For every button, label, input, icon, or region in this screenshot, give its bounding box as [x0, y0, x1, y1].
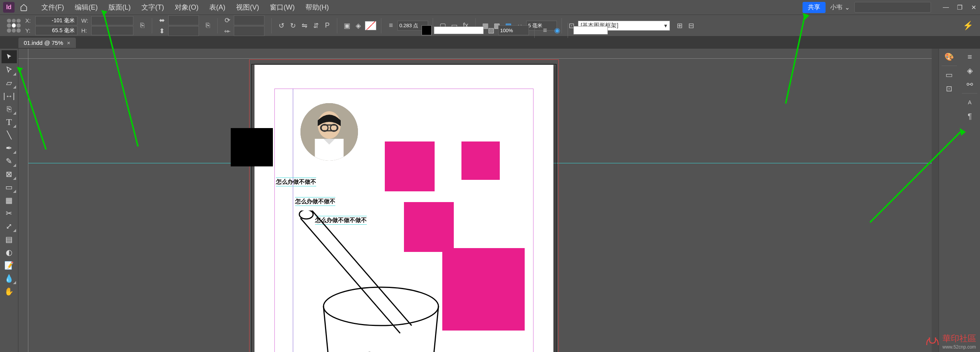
rotate-icon[interactable]: ⟳: [222, 15, 232, 25]
rotate-input[interactable]: [234, 15, 264, 25]
ruler-origin[interactable]: [18, 49, 28, 59]
link-scale-icon[interactable]: ⎘: [203, 21, 213, 31]
fill-black-swatch[interactable]: [422, 25, 432, 35]
gradient-feather-tool[interactable]: ◐: [2, 246, 17, 259]
profile-photo[interactable]: ?: [300, 103, 358, 161]
grid-tool[interactable]: ▦: [2, 194, 17, 207]
toolbox: ▱ |↔| ⎘ T ╲ ✒ ✎ ⊠ ▭ ▦ ✂ ⤢ ▤ ◐ 📝 💧 ✋: [0, 49, 18, 352]
tab-close-icon[interactable]: ×: [67, 39, 71, 46]
properties-panel-icon[interactable]: ≡: [962, 50, 977, 63]
color-panel-icon[interactable]: 🎨: [942, 50, 957, 63]
align-panel-icon[interactable]: ≡: [540, 25, 550, 35]
fill-swatch[interactable]: [365, 21, 376, 30]
gradient-swatch-tool[interactable]: ▤: [2, 233, 17, 246]
tab-bar: 01.indd @ 75% ×: [0, 36, 980, 49]
vertical-scrollbar[interactable]: [932, 49, 939, 352]
menu-window[interactable]: 窗口(W): [264, 3, 300, 12]
align-icon[interactable]: ⊟: [686, 21, 696, 31]
scale-y-input[interactable]: [168, 26, 199, 36]
menu-file[interactable]: 文件(F): [36, 3, 69, 12]
x-input[interactable]: [35, 16, 77, 25]
pink-rect-1[interactable]: [385, 141, 435, 191]
arrange-icon[interactable]: ⊞: [675, 21, 685, 31]
menu-type[interactable]: 文字(T): [136, 3, 169, 12]
menu-layout[interactable]: 版面(L): [103, 3, 136, 12]
layers-panel-icon[interactable]: ◈: [962, 64, 977, 77]
content-collector-tool[interactable]: ⎘: [2, 102, 17, 115]
constrain-icon[interactable]: ⎘: [137, 21, 147, 31]
scale-x-input[interactable]: [168, 15, 199, 25]
share-button[interactable]: 共享: [803, 2, 826, 13]
menu-help[interactable]: 帮助(H): [300, 3, 334, 12]
vertical-ruler[interactable]: [18, 59, 28, 352]
profile-p-icon[interactable]: P: [322, 21, 332, 31]
paragraph-panel-icon[interactable]: ¶: [962, 110, 977, 123]
menu-object[interactable]: 对象(O): [169, 3, 204, 12]
scissors-tool[interactable]: ✂: [2, 207, 17, 220]
rotate-cw-icon[interactable]: ↻: [288, 21, 298, 31]
close-button[interactable]: ✕: [970, 4, 977, 11]
y-input[interactable]: [35, 26, 77, 35]
menu-table[interactable]: 表(A): [204, 3, 231, 12]
select-container-icon[interactable]: ▣: [342, 21, 352, 31]
swatch-preview[interactable]: [573, 26, 608, 35]
w-label: W:: [81, 17, 90, 24]
watermark-text: 華印社區: [942, 333, 976, 344]
maximize-button[interactable]: ❐: [956, 4, 963, 11]
rotate-ccw-icon[interactable]: ↺: [276, 21, 286, 31]
pink-rect-2[interactable]: [461, 141, 500, 180]
opacity-input[interactable]: [498, 25, 529, 35]
rectangle-frame-tool[interactable]: ⊠: [2, 168, 17, 181]
shear-icon[interactable]: ⬰: [222, 26, 232, 36]
select-content-icon[interactable]: ◈: [353, 21, 363, 31]
home-icon[interactable]: [19, 3, 28, 12]
user-menu[interactable]: 小韦 ⌄: [830, 3, 850, 12]
flip-v-icon[interactable]: ⇵: [311, 21, 321, 31]
page-tool[interactable]: ▱: [2, 76, 17, 89]
pencil-tool[interactable]: ✎: [2, 155, 17, 168]
pink-rect-4[interactable]: [442, 248, 525, 331]
type-tool[interactable]: T: [2, 115, 17, 128]
w-input[interactable]: [91, 16, 133, 25]
page[interactable]: ? 怎: [254, 65, 553, 352]
free-transform-tool[interactable]: ⤢: [2, 220, 17, 233]
shear-input[interactable]: [234, 26, 264, 36]
search-input[interactable]: [854, 2, 931, 13]
pen-tool[interactable]: ✒: [2, 141, 17, 155]
line-tool[interactable]: ╲: [2, 128, 17, 141]
eyedropper-tool[interactable]: 💧: [2, 272, 17, 285]
direct-selection-tool[interactable]: [2, 63, 17, 76]
pasteboard[interactable]: ? 怎: [28, 59, 932, 352]
menu-edit[interactable]: 编辑(E): [69, 3, 103, 12]
reference-point[interactable]: [7, 19, 21, 33]
caption-1[interactable]: 怎么办做不做不: [276, 178, 316, 186]
scale-y-icon[interactable]: ⬍: [157, 26, 167, 36]
stroke-style-bar[interactable]: [434, 26, 484, 34]
cup-illustration[interactable]: [293, 211, 454, 352]
tab-title: 01.indd @ 75%: [24, 39, 63, 46]
selection-tool[interactable]: [2, 50, 17, 63]
horizontal-ruler[interactable]: [28, 49, 932, 59]
character-panel-icon[interactable]: A: [962, 96, 977, 109]
menu-view[interactable]: 视图(V): [231, 3, 264, 12]
caption-2[interactable]: 怎么办做不做不: [295, 197, 335, 206]
h-input[interactable]: [91, 26, 133, 35]
black-rectangle[interactable]: [231, 128, 273, 166]
hand-tool[interactable]: ✋: [2, 285, 17, 298]
rectangle-tool[interactable]: ▭: [2, 181, 17, 194]
links-panel-icon[interactable]: ⚯: [962, 78, 977, 91]
svg-point-19: [929, 337, 930, 339]
document-tab[interactable]: 01.indd @ 75% ×: [18, 38, 76, 48]
app-logo[interactable]: Id: [3, 2, 15, 13]
stroke-panel-icon[interactable]: ▭: [942, 68, 957, 81]
canvas-area[interactable]: ? 怎: [18, 49, 932, 352]
note-tool[interactable]: 📝: [2, 259, 17, 272]
watermark: 華印社區 www.52cnp.com: [925, 333, 976, 350]
gpu-icon[interactable]: ⚡: [963, 21, 973, 31]
distribute-icon[interactable]: ◉: [552, 25, 562, 35]
gap-tool[interactable]: |↔|: [2, 89, 17, 102]
object-states-icon[interactable]: ⊡: [942, 82, 957, 95]
minimize-button[interactable]: —: [942, 4, 949, 11]
flip-h-icon[interactable]: ⇋: [299, 21, 309, 31]
scale-x-icon[interactable]: ⬌: [157, 15, 167, 25]
